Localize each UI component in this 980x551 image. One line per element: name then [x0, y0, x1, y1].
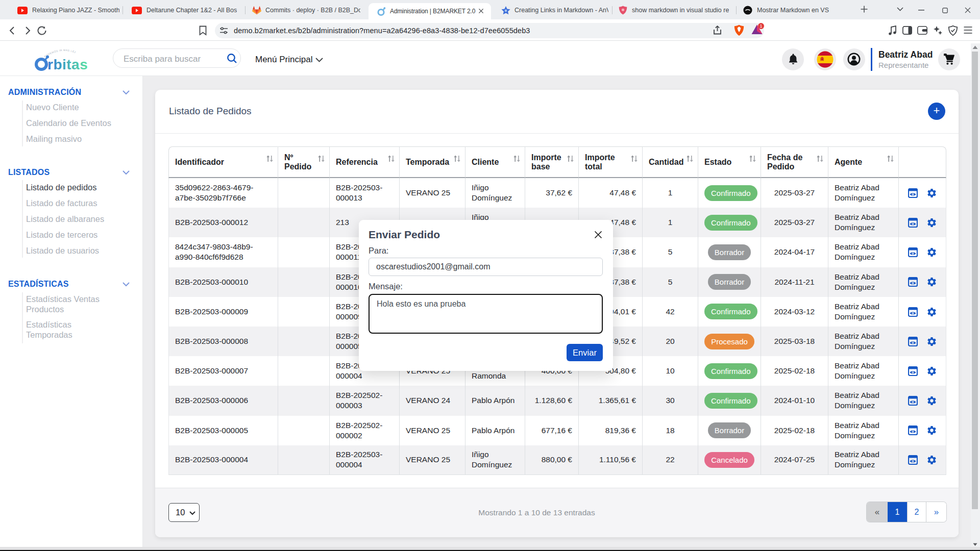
svg-text:rbitas: rbitas: [47, 57, 88, 72]
